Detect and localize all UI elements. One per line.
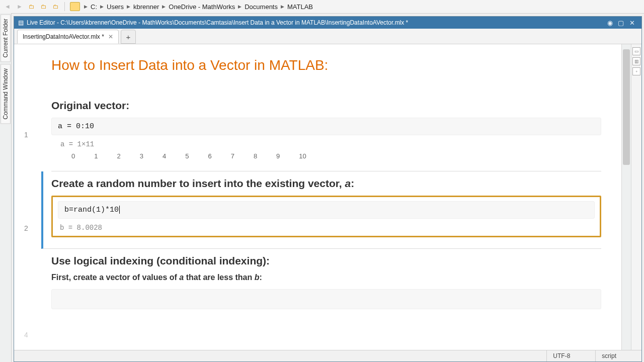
para-text: : (260, 273, 262, 282)
tab-command-window[interactable]: Command Window (1, 64, 11, 124)
section-original-vector: How to Insert Data into a Vector in MATL… (51, 49, 601, 171)
scroll-thumb[interactable] (623, 49, 630, 165)
right-margin-strip: ▭ ▥ ▫ (631, 44, 641, 361)
left-dock-tabs: Current Folder Command Window (0, 13, 12, 362)
close-tab-icon[interactable]: ✕ (108, 33, 113, 40)
breadcrumb-part[interactable]: C: (91, 3, 97, 11)
help-icon[interactable]: ◉ (604, 19, 615, 27)
output-value: 2 (117, 152, 120, 160)
status-encoding[interactable]: UTF-8 (546, 350, 595, 361)
output-hide-icon[interactable]: ▫ (632, 67, 640, 75)
code-cell-empty[interactable] (51, 289, 601, 309)
toolbar-folder-icon-3[interactable]: 🗀 (50, 2, 61, 12)
para-text: that are less than (184, 273, 255, 282)
para-text: First, create a vector of values of (51, 273, 179, 282)
section-heading: Original vector: (51, 100, 601, 112)
vertical-scrollbar[interactable] (621, 44, 631, 361)
heading-text: Create a random number to insert into th… (51, 177, 345, 189)
toolbar-folder-icon-2[interactable]: 🗀 (38, 2, 49, 12)
section-logical-indexing: Use logical indexing (conditional indexi… (51, 249, 601, 320)
line-number: 1 (24, 131, 28, 139)
line-number: 2 (24, 224, 28, 232)
highlighted-region: b=rand(1)*10 b = 8.0028 (51, 196, 601, 237)
file-tab-strip: InsertingDataIntoAVector.mlx * ✕ + (14, 29, 641, 44)
code-output: b = 8.0028 (58, 219, 595, 232)
output-value: 5 (185, 152, 189, 160)
para-var: b (255, 273, 260, 282)
editor-titlebar[interactable]: ▤ Live Editor - C:\Users\kbrenner\OneDri… (14, 17, 641, 29)
breadcrumb-part[interactable]: OneDrive - MathWorks (169, 3, 235, 11)
maximize-icon[interactable]: ▢ (615, 19, 626, 27)
code-cell[interactable]: b=rand(1)*10 (58, 201, 595, 219)
output-right-icon[interactable]: ▥ (632, 57, 640, 65)
output-inline-icon[interactable]: ▭ (632, 47, 640, 55)
section-heading: Create a random number to insert into th… (51, 177, 601, 190)
toolbar-folder-icon-1[interactable]: 🗀 (26, 2, 37, 12)
chevron-right-icon: ▶ (162, 4, 166, 9)
code-output-values: 0 1 2 3 4 5 6 7 8 9 10 (51, 148, 601, 160)
output-value: 4 (163, 152, 166, 160)
code-cell[interactable]: a = 0:10 (51, 118, 601, 135)
output-value: 9 (276, 152, 280, 160)
page-title: How to Insert Data into a Vector in MATL… (51, 57, 601, 73)
tab-current-folder[interactable]: Current Folder (1, 14, 11, 62)
code-text: b=rand(1)*10 (64, 206, 119, 214)
line-number: 4 (24, 331, 28, 339)
file-tab-active[interactable]: InsertingDataIntoAVector.mlx * ✕ (17, 30, 119, 44)
output-value: 0 (71, 152, 75, 160)
breadcrumb-part[interactable]: Documents (245, 3, 278, 11)
editor-window-title: Live Editor - C:\Users\kbrenner\OneDrive… (27, 19, 604, 26)
chevron-right-icon: ▶ (127, 4, 130, 9)
code-output-header: a = 1×11 (51, 135, 601, 148)
document-area: 1 2 4 How to Insert Data into a Vector i… (14, 44, 641, 361)
breadcrumb-part[interactable]: kbrenner (133, 3, 159, 11)
heading-var: a (345, 177, 351, 189)
breadcrumb-part[interactable]: MATLAB (287, 3, 313, 11)
nav-forward-button[interactable]: ► (14, 2, 25, 12)
heading-text: : (351, 177, 354, 189)
output-value: 8 (254, 152, 257, 160)
output-value: 1 (94, 152, 98, 160)
toolbar-separator (64, 2, 65, 11)
status-bar: UTF-8 script (14, 350, 641, 361)
nav-back-button[interactable]: ◄ (2, 2, 13, 12)
output-value: 3 (140, 152, 143, 160)
chevron-right-icon: ▶ (238, 4, 242, 9)
live-editor-window: ▤ Live Editor - C:\Users\kbrenner\OneDri… (14, 16, 642, 362)
paragraph: First, create a vector of values of a th… (51, 273, 601, 282)
add-tab-button[interactable]: + (121, 30, 136, 44)
output-value: 6 (208, 152, 211, 160)
chevron-right-icon: ▶ (281, 4, 284, 9)
output-value: 10 (299, 152, 306, 160)
output-value: 7 (231, 152, 234, 160)
breadcrumb[interactable]: ▶ C: ▶ Users ▶ kbrenner ▶ OneDrive - Mat… (84, 3, 642, 11)
section-heading: Use logical indexing (conditional indexi… (51, 255, 601, 267)
para-var: a (179, 273, 184, 282)
address-toolbar: ◄ ► 🗀 🗀 🗀 ▶ C: ▶ Users ▶ kbrenner ▶ OneD… (0, 0, 644, 14)
breadcrumb-folder-icon[interactable] (70, 2, 80, 11)
section-random-number: Create a random number to insert into th… (41, 171, 601, 249)
breadcrumb-part[interactable]: Users (107, 3, 124, 11)
status-mode[interactable]: script (595, 350, 641, 361)
chevron-right-icon: ▶ (100, 4, 104, 9)
document-icon: ▤ (18, 19, 24, 26)
chevron-right-icon: ▶ (84, 4, 88, 9)
line-gutter: 1 2 4 (14, 44, 41, 361)
close-icon[interactable]: ✕ (626, 19, 637, 27)
document-content[interactable]: How to Insert Data into a Vector in MATL… (41, 44, 621, 361)
file-tab-label: InsertingDataIntoAVector.mlx * (23, 33, 104, 40)
text-caret (119, 206, 120, 214)
